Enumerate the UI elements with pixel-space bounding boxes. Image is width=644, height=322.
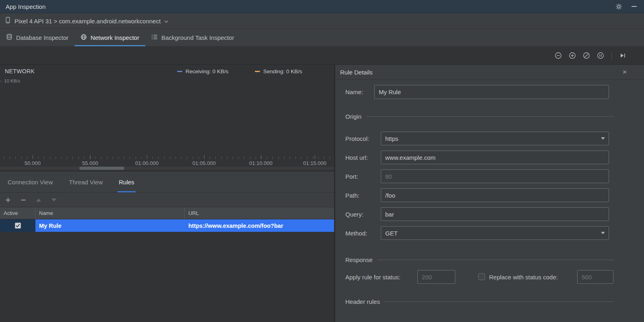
rules-table-header: Active Name URL [0, 207, 334, 219]
remove-rule-icon[interactable] [19, 196, 27, 204]
tab-database-inspector[interactable]: Database Inspector [0, 29, 74, 46]
time-axis-ticks [4, 157, 334, 159]
database-icon [6, 34, 12, 41]
go-live-icon[interactable] [618, 51, 627, 60]
header-rules-section-label: Header rules [345, 298, 380, 305]
major-tick [147, 155, 147, 159]
apply-status-input[interactable] [417, 270, 455, 284]
tab-label: Network Inspector [91, 34, 139, 41]
y-axis-label: 10 KB/s [4, 78, 20, 83]
minimize-icon[interactable] [630, 2, 638, 11]
response-section-header: Response [345, 256, 614, 263]
rule-details-header: Rule Details [335, 65, 644, 80]
host-url-input[interactable] [381, 151, 609, 164]
major-tick [204, 155, 204, 159]
port-label: Port: [345, 169, 358, 183]
tab-label: Thread View [69, 179, 103, 186]
title-bar: App Inspection [0, 0, 644, 13]
method-dropdown[interactable]: GET [381, 226, 609, 240]
major-tick [90, 155, 91, 159]
path-label: Path: [345, 188, 359, 202]
name-label: Name: [345, 85, 363, 99]
zoom-to-selection-icon[interactable] [596, 51, 605, 60]
time-tick-label: 50.000 [14, 160, 51, 166]
task-list-icon [151, 34, 158, 41]
timeline-scrollbar-thumb[interactable] [79, 167, 124, 170]
legend-sending: Sending: 0 KB/s [255, 68, 302, 74]
timeline-toolbar [0, 47, 644, 65]
tab-rules[interactable]: Rules [118, 171, 135, 192]
chart-title: NETWORK [5, 68, 35, 74]
y-axis-tick [0, 81, 2, 81]
column-header-url[interactable]: URL [185, 207, 334, 219]
rules-toolbar [0, 193, 334, 207]
window-title: App Inspection [6, 3, 45, 10]
apply-status-label: Apply rule for status: [345, 270, 400, 284]
rule-details-panel: Rule Details × Name: Origin Protocol: ht… [335, 65, 644, 322]
method-label: Method: [345, 226, 367, 240]
origin-section-header: Origin [345, 113, 614, 120]
time-tick-label: 01:00.000 [129, 160, 165, 166]
legend-sending-label: Sending: 0 KB/s [263, 68, 302, 74]
tab-thread-view[interactable]: Thread View [68, 171, 104, 192]
method-value: GET [385, 230, 398, 237]
column-header-active[interactable]: Active [0, 207, 35, 219]
time-tick-label: 01:10.000 [243, 160, 279, 166]
network-timeline-chart[interactable]: NETWORK 10 KB/s Receiving: 0 KB/s Sendin… [0, 65, 334, 171]
tab-label: Database Inspector [16, 34, 68, 41]
section-divider [378, 260, 614, 260]
replace-status-checkbox[interactable] [478, 273, 485, 280]
name-input[interactable] [374, 85, 609, 99]
tab-background-task-inspector[interactable]: Background Task Inspector [145, 29, 240, 46]
device-phone-icon [5, 17, 11, 25]
replace-status-input[interactable] [577, 270, 613, 284]
close-icon[interactable]: × [620, 67, 630, 77]
host-url-label: Host url: [345, 151, 368, 164]
protocol-label: Protocol: [345, 132, 369, 145]
query-label: Query: [345, 207, 363, 221]
network-pane: NETWORK 10 KB/s Receiving: 0 KB/s Sendin… [0, 65, 334, 322]
sending-series-swatch [255, 71, 260, 72]
column-label: Name [39, 210, 53, 216]
settings-gear-icon[interactable] [614, 2, 623, 11]
section-divider [366, 116, 614, 117]
tab-network-inspector[interactable]: Network Inspector [74, 29, 145, 46]
dropdown-arrow-icon [601, 232, 605, 234]
title-bar-actions [614, 2, 638, 11]
network-view-tab-bar: Connection View Thread View Rules [0, 171, 334, 193]
device-process-selector[interactable]: Pixel 4 API 31 > com.example.android.net… [14, 18, 161, 25]
move-rule-up-icon[interactable] [35, 196, 43, 204]
zoom-out-icon[interactable] [554, 51, 563, 60]
major-tick [33, 155, 33, 159]
major-tick [315, 155, 315, 159]
dropdown-arrow-icon [601, 137, 605, 140]
timeline-scrollbar-track[interactable] [0, 167, 334, 170]
rule-url-cell: https://www.example.com/foo?bar [185, 219, 334, 232]
device-bar: Pixel 4 API 31 > com.example.android.net… [0, 13, 644, 29]
add-rule-icon[interactable] [4, 196, 12, 204]
rule-details-title: Rule Details [340, 69, 373, 76]
move-rule-down-icon[interactable] [50, 196, 58, 204]
column-label: URL [188, 210, 199, 216]
rule-active-checkbox-checked[interactable] [15, 223, 21, 229]
column-label: Active [4, 210, 18, 216]
time-tick-label: 55.000 [72, 160, 108, 166]
chevron-down-icon[interactable] [164, 17, 168, 25]
path-input[interactable] [381, 188, 609, 202]
legend-receiving-label: Receiving: 0 KB/s [186, 68, 229, 74]
column-header-name[interactable]: Name [35, 207, 185, 219]
port-input[interactable] [381, 169, 609, 183]
tab-connection-view[interactable]: Connection View [6, 171, 54, 192]
legend-receiving: Receiving: 0 KB/s [177, 68, 229, 74]
rule-table-row[interactable]: My Rule https://www.example.com/foo?bar [0, 219, 334, 232]
reset-zoom-icon[interactable] [582, 51, 591, 60]
section-divider [385, 301, 614, 302]
app-inspection-window: App Inspection Pixel 4 API 31 > com.exam… [0, 0, 644, 322]
replace-status-label: Replace with status code: [489, 270, 558, 284]
origin-section-label: Origin [345, 113, 361, 120]
protocol-dropdown[interactable]: https [381, 132, 609, 145]
query-input[interactable] [381, 207, 609, 221]
tab-label: Background Task Inspector [161, 34, 234, 41]
zoom-in-icon[interactable] [568, 51, 577, 60]
tab-label: Connection View [8, 179, 53, 186]
